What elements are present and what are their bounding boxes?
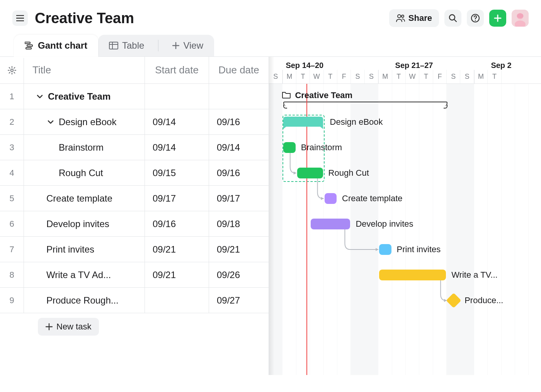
svg-point-12 <box>10 69 13 71</box>
row-title-cell[interactable]: Print invites <box>24 237 145 262</box>
table-row[interactable]: 3Brainstorm09/1409/14 <box>0 135 269 160</box>
row-start-date[interactable]: 09/14 <box>145 109 209 134</box>
table-row[interactable]: 1Creative Team <box>0 84 269 109</box>
tab-gantt[interactable]: Gantt chart <box>14 35 98 56</box>
gantt-bar[interactable] <box>325 193 337 204</box>
row-number: 4 <box>0 160 24 185</box>
timeline-body[interactable]: Creative TeamDesign eBookBrainstormRough… <box>269 84 541 375</box>
table-row[interactable]: 8Write a TV Ad...09/2109/26 <box>0 262 269 288</box>
row-start-date[interactable]: 09/21 <box>145 237 209 262</box>
row-title-cell[interactable]: Produce Rough... <box>24 288 145 313</box>
search-icon <box>449 14 457 22</box>
gantt-bar[interactable] <box>311 219 350 229</box>
row-due-date[interactable]: 09/26 <box>209 262 269 287</box>
row-title-cell[interactable]: Write a TV Ad... <box>24 262 145 287</box>
tab-view-label: View <box>183 40 203 51</box>
plus-icon <box>494 14 502 22</box>
share-button[interactable]: Share <box>389 9 439 27</box>
row-title-text: Brainstorm <box>59 142 104 153</box>
gantt-bar-label: Create template <box>342 193 403 204</box>
chevron-down-icon[interactable] <box>36 92 44 101</box>
page-title: Creative Team <box>35 10 134 27</box>
row-title-cell[interactable]: Creative Team <box>24 84 145 109</box>
row-title-text: Write a TV Ad... <box>46 270 111 280</box>
table-row[interactable]: 9Produce Rough...09/27 <box>0 288 269 313</box>
row-title-cell[interactable]: Brainstorm <box>24 135 145 160</box>
user-avatar[interactable] <box>512 10 529 27</box>
table-row[interactable]: 6Develop invites09/1609/18 <box>0 211 269 237</box>
day-header-cell: T <box>488 70 501 83</box>
table-row[interactable]: 4Rough Cut09/1509/16 <box>0 160 269 186</box>
row-due-date[interactable]: 09/17 <box>209 186 269 211</box>
search-button[interactable] <box>444 10 461 27</box>
gantt-bar-label: Produce... <box>464 295 503 305</box>
col-header-start[interactable]: Start date <box>145 57 209 83</box>
help-icon <box>471 14 480 23</box>
day-header-cell: S <box>460 70 474 83</box>
row-due-date[interactable]: 09/21 <box>209 237 269 262</box>
row-start-date[interactable]: 09/17 <box>145 186 209 211</box>
day-header-cell: T <box>419 70 433 83</box>
day-header-cell: F <box>337 70 351 83</box>
gantt-bar-label: Rough Cut <box>328 168 369 178</box>
gantt-bar[interactable] <box>297 168 323 178</box>
row-number: 6 <box>0 211 24 236</box>
week-label-2: Sep 21–27 <box>392 57 488 70</box>
tab-add-view[interactable]: View <box>162 35 214 56</box>
gantt-bar[interactable] <box>283 142 295 153</box>
svg-point-0 <box>398 15 401 18</box>
day-header-cell: S <box>447 70 460 83</box>
row-start-date[interactable]: 09/14 <box>145 135 209 160</box>
row-due-date[interactable]: 09/16 <box>209 160 269 185</box>
help-button[interactable] <box>467 10 484 27</box>
row-title-text: Create template <box>46 193 112 204</box>
row-title-cell[interactable]: Develop invites <box>24 211 145 236</box>
svg-rect-8 <box>25 42 30 44</box>
row-start-date[interactable]: 09/16 <box>145 211 209 236</box>
day-header-cell: T <box>296 70 310 83</box>
column-headers: Title Start date Due date <box>0 57 269 84</box>
people-icon <box>396 14 405 22</box>
folder-icon <box>282 91 291 98</box>
gantt-bar[interactable] <box>379 270 446 280</box>
row-title-text: Design eBook <box>59 117 116 127</box>
row-due-date[interactable]: 09/27 <box>209 288 269 313</box>
row-due-date[interactable]: 09/16 <box>209 109 269 134</box>
gantt-timeline[interactable]: Sep 14–20 Sep 21–27 Sep 2 SMTWTFSSMTWTFS… <box>269 57 541 375</box>
avatar-image <box>512 10 529 27</box>
row-due-date[interactable]: 09/14 <box>209 135 269 160</box>
row-title-cell[interactable]: Create template <box>24 186 145 211</box>
row-start-date[interactable] <box>145 288 209 313</box>
gantt-icon <box>25 42 34 49</box>
day-header-cell: F <box>433 70 447 83</box>
add-button[interactable] <box>489 10 506 27</box>
new-task-button[interactable]: New task <box>38 318 99 336</box>
row-due-date[interactable] <box>209 84 269 109</box>
row-number: 5 <box>0 186 24 211</box>
settings-button[interactable] <box>0 57 24 83</box>
row-number: 2 <box>0 109 24 134</box>
row-start-date[interactable] <box>145 84 209 109</box>
row-title-cell[interactable]: Design eBook <box>24 109 145 134</box>
row-start-date[interactable]: 09/15 <box>145 160 209 185</box>
gear-icon <box>7 66 17 75</box>
chevron-down-icon[interactable] <box>46 118 55 126</box>
row-start-date[interactable]: 09/21 <box>145 262 209 287</box>
row-number: 8 <box>0 262 24 287</box>
table-row[interactable]: 7Print invites09/2109/21 <box>0 237 269 262</box>
row-title-cell[interactable]: Rough Cut <box>24 160 145 185</box>
gantt-bar[interactable] <box>379 244 391 255</box>
row-title-text: Rough Cut <box>59 168 103 178</box>
gantt-summary-bar[interactable] <box>283 117 323 127</box>
table-row[interactable]: 5Create template09/1709/17 <box>0 186 269 211</box>
col-header-due[interactable]: Due date <box>209 57 269 83</box>
timeline-header: Sep 14–20 Sep 21–27 Sep 2 SMTWTFSSMTWTFS… <box>269 57 541 84</box>
svg-rect-11 <box>109 42 118 49</box>
row-due-date[interactable]: 09/18 <box>209 211 269 236</box>
day-header-cell: T <box>392 70 406 83</box>
menu-button[interactable] <box>12 10 28 26</box>
col-header-title[interactable]: Title <box>24 57 145 83</box>
gantt-milestone[interactable] <box>446 293 461 308</box>
tab-table[interactable]: Table <box>98 35 155 56</box>
table-row[interactable]: 2Design eBook09/1409/16 <box>0 109 269 135</box>
